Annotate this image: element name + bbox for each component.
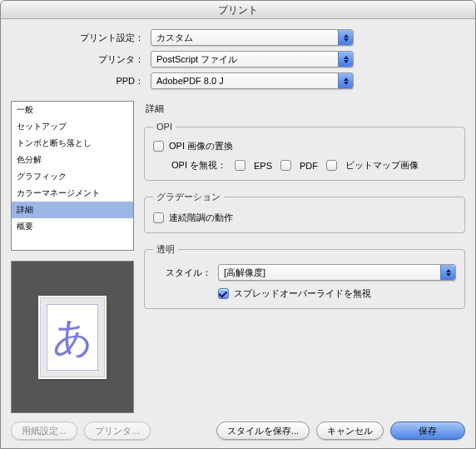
preset-value: カスタム [151, 32, 338, 44]
ppd-value: AdobePDF 8.0 J [151, 76, 338, 86]
list-item[interactable]: 一般 [12, 102, 133, 118]
printer-value: PostScript ファイル [151, 53, 338, 66]
preview-glyph: あ [52, 317, 93, 357]
transparency-group: 透明 スタイル： [高解像度] スプレッドオーバーライドを無視 [144, 243, 465, 309]
cancel-button[interactable]: キャンセル [316, 422, 384, 440]
page-setup-button[interactable]: 用紙設定... [11, 422, 77, 440]
style-select[interactable]: [高解像度] [218, 264, 456, 281]
list-item[interactable]: 概要 [12, 218, 133, 235]
pdf-label: PDF [300, 161, 318, 171]
transparency-legend: 透明 [153, 243, 178, 256]
printer-button[interactable]: プリンタ... [84, 422, 151, 440]
list-item[interactable]: カラーマネージメント [12, 185, 133, 202]
style-label: スタイル： [153, 267, 211, 279]
printer-select[interactable]: PostScript ファイル [151, 51, 354, 67]
ppd-select[interactable]: AdobePDF 8.0 J [151, 72, 354, 89]
override-checkbox[interactable] [218, 288, 229, 299]
bitmap-checkbox[interactable] [326, 160, 337, 171]
pdf-checkbox[interactable] [280, 160, 291, 171]
detail-heading: 詳細 [146, 102, 465, 115]
opi-replace-label: OPI 画像の置換 [169, 140, 233, 152]
eps-label: EPS [254, 161, 272, 171]
titlebar: プリント [1, 1, 475, 19]
updown-icon [338, 30, 353, 45]
top-form: プリント設定： カスタム プリンタ： PostScript ファイル PPD： … [11, 29, 465, 94]
gradation-group: グラデーション 連続階調の動作 [144, 191, 465, 233]
opi-ignore-label: OPI を無視： [171, 159, 226, 172]
preset-label: プリント設定： [11, 32, 144, 44]
list-item[interactable]: グラフィック [12, 168, 133, 185]
override-label: スプレッドオーバーライドを無視 [234, 287, 371, 300]
list-item[interactable]: セットアップ [12, 118, 133, 135]
left-column: 一般 セットアップ トンボと断ち落とし 色分解 グラフィック カラーマネージメン… [11, 101, 134, 413]
preset-select[interactable]: カスタム [151, 29, 354, 46]
continuous-tone-label: 連続階調の動作 [169, 212, 233, 224]
printer-label: プリンタ： [11, 53, 144, 66]
ppd-label: PPD： [11, 75, 144, 87]
list-item[interactable]: 色分解 [12, 152, 133, 168]
page-preview: あ [40, 297, 105, 377]
list-item[interactable]: トンボと断ち落とし [12, 135, 133, 152]
save-button[interactable]: 保存 [390, 422, 465, 440]
updown-icon [440, 265, 455, 280]
panel-list[interactable]: 一般 セットアップ トンボと断ち落とし 色分解 グラフィック カラーマネージメン… [11, 101, 134, 251]
opi-group: OPI OPI 画像の置換 OPI を無視： EPS PDF ビットマップ画像 [144, 122, 465, 181]
gradation-legend: グラデーション [153, 191, 224, 203]
print-dialog: プリント プリント設定： カスタム プリンタ： PostScript ファイル … [0, 0, 476, 449]
preview-pane: あ [11, 261, 134, 413]
eps-checkbox[interactable] [235, 160, 245, 171]
continuous-tone-checkbox[interactable] [153, 212, 164, 223]
bitmap-label: ビットマップ画像 [345, 159, 419, 172]
dialog-content: プリント設定： カスタム プリンタ： PostScript ファイル PPD： … [1, 19, 475, 448]
updown-icon [338, 73, 353, 88]
right-column: 詳細 OPI OPI 画像の置換 OPI を無視： EPS PDF ビ [144, 101, 465, 413]
window-title: プリント [218, 4, 258, 16]
mid-area: 一般 セットアップ トンボと断ち落とし 色分解 グラフィック カラーマネージメン… [11, 101, 465, 413]
opi-legend: OPI [153, 122, 176, 132]
opi-replace-checkbox[interactable] [153, 141, 164, 152]
save-style-button[interactable]: スタイルを保存... [216, 422, 310, 440]
updown-icon [338, 52, 353, 67]
list-item-selected[interactable]: 詳細 [12, 202, 133, 218]
style-value: [高解像度] [219, 267, 440, 279]
opi-ignore-row: OPI を無視： EPS PDF ビットマップ画像 [171, 159, 456, 172]
footer: 用紙設定... プリンタ... スタイルを保存... キャンセル 保存 [11, 418, 465, 440]
page-inner: あ [47, 304, 98, 371]
